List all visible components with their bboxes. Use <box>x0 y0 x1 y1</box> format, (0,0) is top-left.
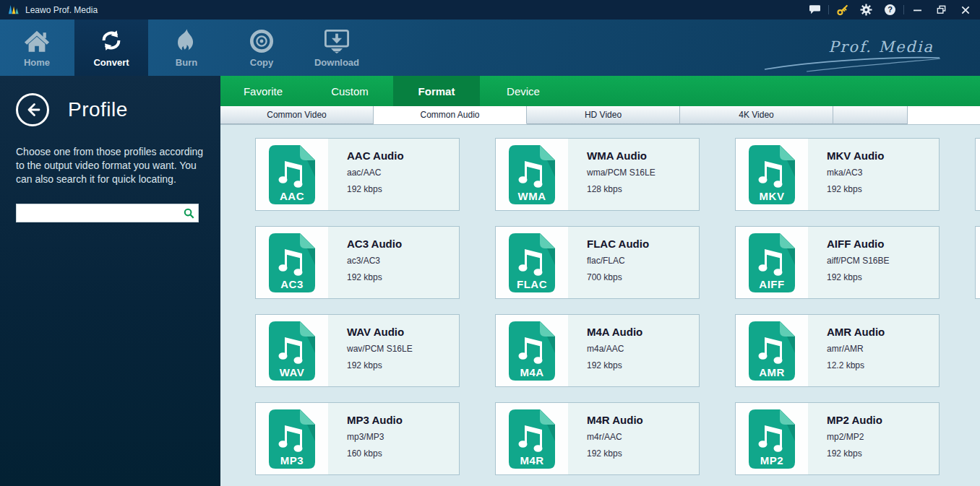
audio-file-icon: AMR <box>736 315 808 386</box>
nav-label: Home <box>24 57 50 68</box>
profile-codec: mka/AC3 <box>827 168 936 178</box>
profile-title: AC3 Audio <box>347 238 456 250</box>
profile-card-aac[interactable]: AAC AAC Audio aac/AAC 192 kbps <box>255 138 460 211</box>
profile-card-partial[interactable] <box>975 138 980 211</box>
profile-codec: wav/PCM S16LE <box>347 344 456 354</box>
sidebar-header: Profile <box>16 93 205 126</box>
audio-file-icon: M4A <box>496 315 568 386</box>
format-badge: M4A <box>508 366 556 378</box>
sub-tabs: Common Video Common Audio HD Video 4K Vi… <box>220 106 980 124</box>
audio-file-icon: MP3 <box>256 403 328 474</box>
profile-card-ac3[interactable]: AC3 AC3 Audio ac3/AC3 192 kbps <box>255 226 460 299</box>
profile-codec: flac/FLAC <box>587 256 696 266</box>
nav-item-convert[interactable]: Convert <box>74 19 148 76</box>
tab-custom[interactable]: Custom <box>314 76 386 106</box>
profile-card-partial[interactable] <box>975 226 980 299</box>
profile-codec: m4a/AAC <box>587 344 696 354</box>
audio-file-icon: WMA <box>496 139 568 210</box>
register-key-icon[interactable] <box>830 0 854 19</box>
tab-device[interactable]: Device <box>487 76 559 106</box>
feedback-bubble-icon[interactable] <box>803 0 827 19</box>
minimize-button[interactable] <box>906 0 929 19</box>
app-logo-icon <box>7 4 20 17</box>
profile-bitrate: 192 kbps <box>347 184 456 194</box>
profile-title: M4A Audio <box>587 326 696 338</box>
profile-bitrate: 192 kbps <box>587 360 696 370</box>
nav-label: Convert <box>93 57 129 68</box>
profile-card-m4a[interactable]: M4A M4A Audio m4a/AAC 192 kbps <box>495 314 700 387</box>
format-badge: AAC <box>268 190 316 202</box>
profile-codec: m4r/AAC <box>587 432 696 442</box>
titlebar-separator <box>903 5 904 14</box>
back-button[interactable] <box>16 93 49 126</box>
profile-search-box <box>16 204 199 222</box>
search-icon[interactable] <box>179 208 198 219</box>
profile-bitrate: 192 kbps <box>827 448 936 459</box>
nav-label: Burn <box>176 57 197 68</box>
profile-card-mp3[interactable]: MP3 MP3 Audio mp3/MP3 160 kbps <box>255 402 460 475</box>
titlebar-separator <box>828 5 829 14</box>
profile-bitrate: 192 kbps <box>347 272 456 282</box>
format-badge: MP3 <box>268 454 316 467</box>
subtab-common-audio[interactable]: Common Audio <box>374 106 527 124</box>
profile-codec: aiff/PCM S16BE <box>827 256 936 266</box>
format-badge: AMR <box>748 366 796 378</box>
body: Profile Choose one from those profiles a… <box>0 76 980 486</box>
app-window: Leawo Prof. Media <box>0 0 980 486</box>
profile-title: MP2 Audio <box>827 414 936 426</box>
nav-item-download[interactable]: Download <box>309 19 365 76</box>
nav-item-copy[interactable]: Copy <box>233 19 290 76</box>
profile-card-flac[interactable]: FLAC FLAC Audio flac/FLAC 700 kbps <box>495 226 700 299</box>
titlebar: Leawo Prof. Media <box>0 0 980 19</box>
profile-title: FLAC Audio <box>587 238 696 250</box>
format-badge: WMA <box>508 190 556 202</box>
format-badge: FLAC <box>508 278 556 290</box>
search-input[interactable] <box>17 204 179 222</box>
disc-icon <box>249 27 274 53</box>
profiles-panel: AAC AAC Audio aac/AAC 192 kbps WMA <box>220 124 980 486</box>
profile-title: WMA Audio <box>587 149 696 162</box>
profile-title: MP3 Audio <box>347 414 456 426</box>
tab-favorite[interactable]: Favorite <box>227 76 299 106</box>
format-badge: M4R <box>508 454 556 467</box>
audio-file-icon: M4R <box>496 403 568 474</box>
subtab-hd-video[interactable]: HD Video <box>527 106 680 124</box>
profile-codec: mp2/MP2 <box>827 432 936 442</box>
profile-bitrate: 128 kbps <box>587 184 696 194</box>
profile-codec: wma/PCM S16LE <box>587 168 696 178</box>
format-badge: MP2 <box>748 454 796 467</box>
profile-card-m4r[interactable]: M4R M4R Audio m4r/AAC 192 kbps <box>495 402 700 475</box>
profile-title: MKV Audio <box>827 149 936 162</box>
audio-file-icon: AIFF <box>736 227 808 298</box>
arrow-left-icon <box>24 101 41 118</box>
page-title: Profile <box>68 98 128 121</box>
profile-bitrate: 12.2 kbps <box>827 360 936 370</box>
nav-item-burn[interactable]: Burn <box>158 19 215 76</box>
brand-script-logo: Prof. Media <box>828 38 934 56</box>
profile-title: AIFF Audio <box>827 238 936 250</box>
subtab-4k-video[interactable]: 4K Video <box>680 106 833 124</box>
profile-card-aiff[interactable]: AIFF AIFF Audio aiff/PCM S16BE 192 kbps <box>735 226 940 299</box>
profile-card-mp2[interactable]: MP2 MP2 Audio mp2/MP2 192 kbps <box>735 402 940 475</box>
brand-swoosh-decoration <box>762 55 942 75</box>
subtab-filler <box>833 106 908 124</box>
profile-title: AAC Audio <box>347 149 456 162</box>
profile-codec: amr/AMR <box>827 344 936 354</box>
audio-file-icon: MKV <box>736 139 808 210</box>
profile-card-wma[interactable]: WMA WMA Audio wma/PCM S16LE 128 kbps <box>495 138 700 211</box>
main-nav: Home Convert Burn <box>0 19 980 76</box>
profile-card-mkv[interactable]: MKV MKV Audio mka/AC3 192 kbps <box>735 138 940 211</box>
restore-button[interactable] <box>929 0 953 19</box>
close-icon[interactable] <box>953 0 977 19</box>
tab-format[interactable]: Format <box>393 76 480 106</box>
settings-gear-icon[interactable] <box>854 0 878 19</box>
subtab-common-video[interactable]: Common Video <box>220 106 374 124</box>
profile-bitrate: 192 kbps <box>347 360 456 370</box>
profile-bitrate: 192 kbps <box>827 272 936 282</box>
main-panel: Favorite Custom Format Device Common Vid… <box>220 76 980 486</box>
profile-card-wav[interactable]: WAV WAV Audio wav/PCM S16LE 192 kbps <box>255 314 460 387</box>
help-icon[interactable] <box>878 0 902 19</box>
profile-card-amr[interactable]: AMR AMR Audio amr/AMR 12.2 kbps <box>735 314 940 387</box>
audio-file-icon: AC3 <box>256 227 328 298</box>
nav-item-home[interactable]: Home <box>9 19 65 76</box>
